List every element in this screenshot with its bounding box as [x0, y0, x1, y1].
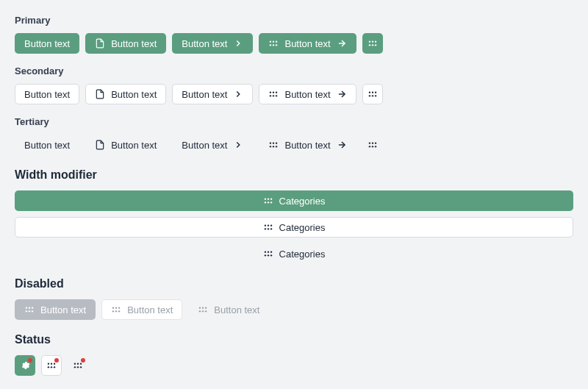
status-badge	[81, 358, 85, 363]
tertiary-button-with-trailing-chevron[interactable]: Button text	[172, 135, 253, 155]
primary-icon-button[interactable]	[362, 33, 383, 54]
secondary-button-with-leading-icon[interactable]: Button text	[85, 84, 166, 104]
button-label: Button text	[24, 89, 70, 100]
status-primary-icon-button[interactable]	[15, 355, 35, 376]
grid-icon	[263, 249, 273, 259]
svg-point-85	[77, 366, 79, 368]
chevron-right-icon	[233, 38, 243, 49]
fullwidth-tertiary-button[interactable]: Categories	[15, 243, 573, 264]
svg-point-10	[368, 44, 370, 46]
svg-point-79	[51, 366, 52, 368]
svg-point-28	[276, 143, 277, 144]
section-heading-status: Status	[15, 333, 573, 346]
button-label: Button text	[111, 38, 157, 49]
svg-point-73	[202, 310, 204, 312]
svg-point-5	[276, 44, 277, 46]
secondary-icon-button[interactable]	[362, 84, 383, 104]
svg-point-23	[368, 95, 370, 96]
grid-icon	[263, 196, 273, 206]
button-label: Button text	[284, 38, 330, 49]
secondary-button-with-trailing-chevron[interactable]: Button text	[172, 84, 253, 104]
svg-point-3	[270, 44, 271, 46]
svg-point-40	[267, 199, 268, 200]
button-label: Categories	[279, 196, 326, 207]
grid-icon	[268, 38, 279, 49]
fullwidth-secondary-button[interactable]: Categories	[15, 217, 573, 238]
status-secondary-icon-button[interactable]	[41, 355, 62, 376]
svg-point-64	[115, 307, 117, 309]
svg-point-29	[270, 146, 271, 147]
svg-point-14	[273, 92, 274, 93]
svg-point-0	[270, 41, 271, 43]
svg-point-30	[273, 146, 274, 147]
svg-point-86	[80, 366, 82, 368]
svg-point-18	[276, 95, 277, 96]
tertiary-button-with-leading-icon[interactable]: Button text	[85, 135, 166, 155]
button-label: Button text	[111, 89, 157, 100]
svg-point-9	[375, 41, 376, 43]
tertiary-button-with-both-icons[interactable]: Button text	[259, 135, 356, 155]
grid-icon	[111, 304, 121, 315]
svg-point-26	[270, 143, 271, 144]
arrow-right-icon	[337, 38, 347, 49]
arrow-right-icon	[337, 140, 347, 150]
primary-button[interactable]: Button text	[15, 33, 79, 54]
button-label: Button text	[284, 140, 330, 151]
grid-icon	[268, 140, 279, 150]
chevron-right-icon	[233, 89, 243, 99]
svg-point-81	[74, 363, 76, 365]
document-icon	[95, 89, 105, 99]
button-label: Button text	[111, 140, 157, 151]
svg-point-31	[276, 146, 277, 147]
svg-point-52	[267, 251, 268, 253]
button-label: Categories	[279, 222, 326, 233]
primary-button-with-leading-icon[interactable]: Button text	[85, 33, 166, 54]
button-label: Button text	[182, 38, 227, 49]
grid-icon	[263, 222, 273, 232]
svg-point-84	[74, 366, 76, 368]
button-label: Button text	[284, 89, 330, 100]
svg-point-43	[267, 201, 268, 203]
status-badge	[28, 358, 32, 363]
svg-point-17	[273, 95, 274, 96]
svg-point-7	[368, 41, 370, 43]
fullwidth-primary-button[interactable]: Categories	[15, 190, 573, 211]
disabled-secondary-button: Button text	[101, 299, 182, 320]
chevron-right-icon	[233, 140, 243, 150]
primary-button-with-trailing-chevron[interactable]: Button text	[172, 33, 253, 54]
status-tertiary-icon-button[interactable]	[68, 355, 88, 376]
svg-point-24	[371, 95, 373, 96]
row-primary: Button text Button text Button text Butt…	[15, 33, 573, 54]
svg-point-16	[270, 95, 271, 96]
row-tertiary: Button text Button text Button text Butt…	[15, 135, 573, 155]
svg-point-70	[202, 307, 204, 309]
section-label-primary: Primary	[15, 15, 573, 26]
button-label: Button text	[182, 140, 227, 151]
tertiary-button[interactable]: Button text	[15, 135, 79, 155]
svg-point-51	[264, 251, 265, 253]
svg-point-83	[80, 363, 82, 365]
svg-point-46	[267, 225, 268, 226]
primary-button-with-both-icons[interactable]: Button text	[259, 33, 356, 54]
row-status	[15, 355, 573, 376]
svg-point-27	[273, 143, 274, 144]
secondary-button[interactable]: Button text	[15, 84, 79, 104]
button-label: Button text	[127, 304, 173, 315]
svg-point-55	[267, 254, 268, 256]
svg-point-37	[371, 146, 373, 147]
status-badge	[54, 358, 59, 363]
disabled-primary-button: Button text	[15, 299, 96, 320]
grid-icon	[24, 304, 35, 315]
svg-point-69	[199, 307, 201, 309]
svg-point-60	[26, 310, 27, 312]
svg-point-63	[112, 307, 114, 309]
svg-point-8	[371, 41, 373, 43]
svg-point-53	[270, 251, 271, 253]
svg-point-80	[54, 366, 55, 368]
secondary-button-with-both-icons[interactable]: Button text	[259, 84, 356, 104]
tertiary-icon-button[interactable]	[362, 135, 383, 155]
svg-point-47	[270, 225, 271, 226]
svg-point-75	[48, 363, 49, 365]
grid-icon	[368, 38, 378, 49]
svg-point-61	[29, 310, 30, 312]
